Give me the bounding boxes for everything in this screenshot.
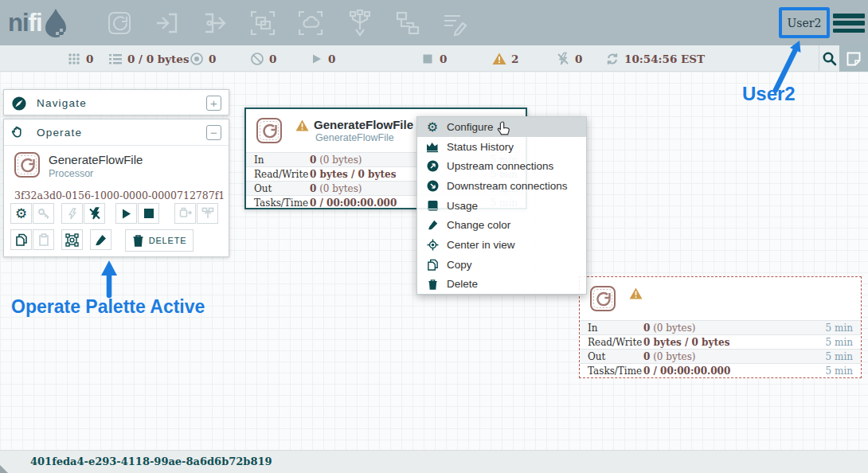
threads-grid-icon bbox=[67, 52, 81, 66]
nifi-logo: nifi bbox=[8, 6, 71, 40]
collapse-icon[interactable] bbox=[206, 125, 221, 140]
process-group-id: 401feda4-e293-4118-99ae-8a6d6b72b819 bbox=[30, 455, 272, 467]
component-id: 3f32a3d0-0156-1000-0000-0000712787f1 bbox=[14, 190, 225, 201]
upload-template-button[interactable] bbox=[197, 203, 218, 224]
start-button[interactable] bbox=[115, 203, 137, 224]
area-chart-icon bbox=[426, 140, 439, 153]
paste-button[interactable] bbox=[33, 229, 54, 250]
app-header: nifi Us bbox=[0, 0, 868, 45]
menu-label: Configure bbox=[447, 121, 494, 133]
menu-item-status-history[interactable]: Status History bbox=[417, 137, 586, 157]
navigate-title: Navigate bbox=[37, 97, 206, 109]
invalid-status: 2 bbox=[492, 45, 518, 72]
bolt-icon bbox=[66, 208, 78, 220]
last-refresh-time: 10:54:56 EST bbox=[624, 53, 705, 65]
active-threads-status: 0 bbox=[67, 45, 93, 72]
active-threads-count: 0 bbox=[86, 53, 93, 65]
hand-icon bbox=[11, 124, 27, 140]
processor-stamp-icon bbox=[589, 285, 616, 312]
disabled-count: 0 bbox=[575, 53, 582, 65]
nifi-application: nifi Us bbox=[0, 0, 868, 473]
component-name: GenerateFlowFile bbox=[49, 153, 143, 166]
delete-button[interactable]: DELETE bbox=[125, 229, 194, 252]
stopped-status: 0 bbox=[420, 45, 447, 72]
not-transmitting-count: 0 bbox=[269, 53, 276, 65]
user2-annotation-box: User2 bbox=[779, 7, 830, 38]
processor-stamp-icon bbox=[14, 151, 41, 178]
paste-icon bbox=[37, 233, 50, 246]
queued-count: 0 / 0 bytes bbox=[127, 53, 190, 65]
operate-title: Operate bbox=[37, 127, 206, 139]
start-play-icon bbox=[120, 208, 132, 220]
stat-row-tasks: Tasks/Time0 / 00:00:00.0005 min bbox=[580, 363, 861, 377]
bulletin-board-button[interactable] bbox=[839, 45, 868, 72]
process-group-icon[interactable] bbox=[248, 9, 277, 37]
remote-process-group-icon[interactable] bbox=[296, 9, 325, 37]
input-port-icon[interactable] bbox=[153, 9, 182, 37]
menu-label: Delete bbox=[447, 278, 478, 290]
menu-item-delete[interactable]: Delete bbox=[417, 275, 586, 295]
processor-icon[interactable] bbox=[105, 9, 134, 37]
copy-button[interactable] bbox=[10, 229, 32, 250]
output-port-icon[interactable] bbox=[201, 9, 229, 37]
copy-pages-icon bbox=[426, 258, 439, 271]
menu-label: Usage bbox=[447, 200, 478, 212]
ghost-processor[interactable]: In0 (0 bytes)5 min Read/Write0 bytes / 0… bbox=[579, 276, 862, 378]
copy-icon bbox=[15, 233, 28, 246]
paintbrush-icon bbox=[426, 219, 439, 232]
stat-row-in: In0 (0 bytes)5 min bbox=[580, 320, 861, 334]
warning-triangle-icon bbox=[295, 119, 309, 131]
menu-item-configure[interactable]: ⚙ Configure bbox=[417, 117, 586, 137]
disable-button[interactable] bbox=[84, 203, 105, 224]
enable-button[interactable] bbox=[61, 203, 83, 224]
current-user-button[interactable]: User2 bbox=[782, 10, 827, 35]
disabled-status: 0 bbox=[556, 45, 582, 72]
gear-icon: ⚙ bbox=[15, 205, 27, 222]
flow-canvas[interactable]: Navigate Operate GenerateFlowFi bbox=[0, 72, 868, 450]
component-type: Processor bbox=[49, 168, 143, 179]
search-button[interactable] bbox=[819, 45, 839, 72]
menu-item-upstream-connections[interactable]: Upstream connections bbox=[417, 156, 586, 176]
access-policies-button[interactable] bbox=[33, 203, 54, 224]
menu-item-downstream-connections[interactable]: Downstream connections bbox=[417, 176, 586, 196]
global-menu-icon[interactable] bbox=[833, 14, 865, 33]
trash-icon bbox=[132, 234, 144, 247]
not-transmitting-status: 0 bbox=[250, 45, 276, 72]
downstream-circle-icon bbox=[426, 179, 439, 192]
running-status: 0 bbox=[309, 45, 335, 72]
logo-text-fi: fi bbox=[29, 9, 42, 37]
template-icon[interactable] bbox=[393, 9, 422, 37]
menu-item-center-in-view[interactable]: Center in view bbox=[417, 235, 586, 255]
funnel-icon[interactable] bbox=[346, 9, 374, 37]
menu-label: Change color bbox=[447, 219, 510, 231]
stop-button[interactable] bbox=[138, 203, 159, 224]
menu-item-change-color[interactable]: Change color bbox=[417, 215, 586, 235]
crosshair-icon bbox=[426, 238, 439, 251]
stopped-count: 0 bbox=[440, 53, 447, 65]
stat-row-out: Out0 (0 bytes)5 min bbox=[580, 349, 861, 363]
configuration-button[interactable]: ⚙ bbox=[10, 203, 32, 224]
logo-text-ni: ni bbox=[8, 9, 29, 37]
operate-palette: Operate GenerateFlowFile Processor 3f32a… bbox=[3, 119, 229, 257]
selected-component: GenerateFlowFile Processor bbox=[14, 151, 143, 179]
delete-label: DELETE bbox=[149, 236, 187, 245]
context-menu: ⚙ Configure Status History Upstream conn… bbox=[416, 116, 587, 295]
menu-label: Upstream connections bbox=[447, 160, 553, 172]
book-icon bbox=[426, 199, 439, 212]
warning-triangle-icon bbox=[492, 52, 506, 66]
expand-icon[interactable] bbox=[206, 96, 221, 111]
menu-label: Status History bbox=[447, 141, 514, 153]
menu-item-copy[interactable]: Copy bbox=[417, 255, 586, 275]
processor-type: GenerateFlowFile bbox=[315, 132, 394, 143]
refresh-status: 10:54:56 EST bbox=[605, 45, 705, 72]
refresh-icon[interactable] bbox=[605, 52, 620, 66]
menu-item-usage[interactable]: Usage bbox=[417, 196, 586, 216]
upstream-circle-icon bbox=[426, 160, 439, 173]
label-icon[interactable] bbox=[440, 9, 469, 37]
group-button[interactable] bbox=[61, 229, 83, 250]
save-template-button[interactable] bbox=[174, 203, 196, 224]
change-color-button[interactable] bbox=[90, 229, 111, 250]
status-bar: 0 0 / 0 bytes 0 0 0 0 bbox=[0, 45, 868, 72]
warning-triangle-icon bbox=[629, 287, 643, 299]
processor-name: GenerateFlowFile bbox=[314, 118, 413, 131]
